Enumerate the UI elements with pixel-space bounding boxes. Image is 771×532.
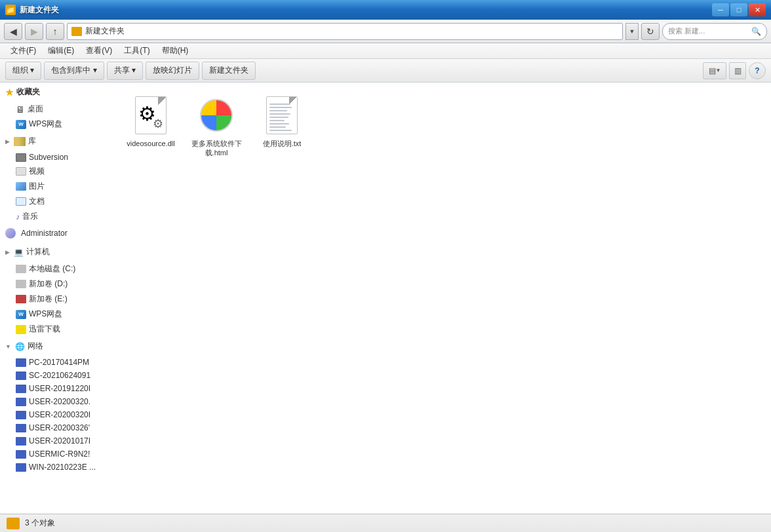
document-icon bbox=[16, 197, 26, 206]
minimize-button[interactable]: ─ bbox=[712, 3, 729, 16]
desktop-icon: 🖥 bbox=[16, 104, 25, 115]
network-icon: 🌐 bbox=[15, 342, 25, 351]
sidebar-item-pc4[interactable]: USER-20200320. bbox=[0, 395, 115, 408]
new-folder-button[interactable]: 新建文件夹 bbox=[202, 62, 256, 80]
sidebar-item-pc3[interactable]: USER-20191220I bbox=[0, 382, 115, 395]
menu-tools[interactable]: 工具(T) bbox=[119, 44, 155, 58]
sidebar-label-network: 网络 bbox=[28, 341, 43, 352]
sidebar-label-admin: Administrator bbox=[21, 229, 68, 238]
sidebar-label-wps: WPS网盘 bbox=[29, 119, 62, 130]
file-area: ⚙ ⚙ videosource.dll 更多系统软件下载.html bbox=[115, 83, 771, 514]
sidebar-label-music: 音乐 bbox=[22, 211, 38, 222]
address-path: 新建文件夹 bbox=[85, 26, 125, 37]
organize-button[interactable]: 组织 ▾ bbox=[5, 62, 41, 80]
dll-fold bbox=[158, 97, 166, 105]
view-icon-button[interactable]: ▤ ▼ bbox=[703, 62, 726, 79]
sidebar-item-wps2[interactable]: W WPS网盘 bbox=[0, 307, 115, 322]
sidebar-label-picture: 图片 bbox=[29, 181, 45, 192]
sidebar-item-music[interactable]: ♪ 音乐 bbox=[0, 209, 115, 224]
sidebar-item-pc7[interactable]: USER-20201017I bbox=[0, 434, 115, 447]
pc-icon-7 bbox=[16, 437, 26, 446]
sidebar-item-document[interactable]: 文档 bbox=[0, 194, 115, 209]
sidebar-item-video[interactable]: 视频 bbox=[0, 164, 115, 179]
txt-file-label: 使用说明.txt bbox=[263, 139, 302, 148]
slideshow-button[interactable]: 放映幻灯片 bbox=[146, 62, 199, 80]
sidebar-item-pc1[interactable]: PC-20170414PM bbox=[0, 356, 115, 369]
file-item-dll[interactable]: ⚙ ⚙ videosource.dll bbox=[121, 89, 180, 163]
help-button[interactable]: ? bbox=[749, 62, 766, 79]
computer-header[interactable]: ▶ 💻 计算机 bbox=[0, 242, 115, 261]
close-button[interactable]: ✕ bbox=[749, 3, 766, 16]
sidebar-label-pc3: USER-20191220I bbox=[29, 384, 90, 393]
sidebar-item-drive-d[interactable]: 新加卷 (D:) bbox=[0, 276, 115, 292]
sidebar-item-pc5[interactable]: USER-20200320I bbox=[0, 408, 115, 421]
refresh-button[interactable]: ↻ bbox=[641, 23, 660, 40]
dll-file-label: videosource.dll bbox=[127, 139, 174, 148]
subversion-icon bbox=[16, 153, 26, 162]
pane-button[interactable]: ▥ bbox=[729, 62, 746, 79]
title-bar: 📁 新建文件夹 ─ □ ✕ bbox=[0, 0, 771, 20]
sidebar-item-pc6[interactable]: USER-20200326' bbox=[0, 421, 115, 434]
pc-icon-6 bbox=[16, 424, 26, 432]
menu-file[interactable]: 文件(F) bbox=[5, 44, 41, 58]
maximize-button[interactable]: □ bbox=[730, 3, 747, 16]
pc-icon-4 bbox=[16, 398, 26, 406]
sidebar-item-thunder[interactable]: ⚡ 迅雷下载 bbox=[0, 322, 115, 337]
sidebar-item-pc9[interactable]: WIN-20210223E ... bbox=[0, 461, 115, 474]
network-expand-icon: ▼ bbox=[5, 343, 11, 350]
share-button[interactable]: 共享 ▾ bbox=[107, 62, 143, 80]
sidebar-item-desktop[interactable]: 🖥 桌面 bbox=[0, 102, 115, 117]
administrator-header[interactable]: Administrator bbox=[0, 224, 115, 242]
pane-icon: ▥ bbox=[734, 66, 741, 75]
music-icon: ♪ bbox=[16, 212, 20, 221]
sidebar-label-computer: 计算机 bbox=[26, 246, 50, 257]
sidebar-item-picture[interactable]: 图片 bbox=[0, 179, 115, 194]
sidebar-item-pc8[interactable]: USERMIC-R9N2! bbox=[0, 447, 115, 461]
menu-help[interactable]: 帮助(H) bbox=[157, 44, 194, 58]
file-item-txt[interactable]: 使用说明.txt bbox=[252, 89, 311, 163]
favorites-header[interactable]: ★ 收藏夹 bbox=[0, 83, 115, 102]
sidebar-item-wps[interactable]: W WPS网盘 bbox=[0, 117, 115, 132]
pc-icon-5 bbox=[16, 411, 26, 419]
sidebar-label-pc6: USER-20200326' bbox=[29, 423, 90, 432]
address-dropdown-button[interactable]: ▼ bbox=[625, 23, 639, 40]
sidebar-label-pc7: USER-20201017I bbox=[29, 436, 90, 446]
search-box[interactable]: 搜索 新建... 🔍 bbox=[662, 23, 767, 40]
pc-icon-1 bbox=[16, 358, 26, 367]
sidebar-item-drive-e[interactable]: 新加卷 (E:) bbox=[0, 292, 115, 307]
html-pinwheel-icon bbox=[200, 99, 233, 132]
main-area: ★ 收藏夹 🖥 桌面 W WPS网盘 ▶ 库 Subver bbox=[0, 83, 771, 514]
pc-icon-9 bbox=[16, 463, 26, 472]
menu-bar: 文件(F) 编辑(E) 查看(V) 工具(T) 帮助(H) bbox=[0, 43, 771, 59]
up-button[interactable]: ↑ bbox=[46, 23, 64, 40]
sidebar-item-drive-c[interactable]: 本地磁盘 (C:) bbox=[0, 261, 115, 276]
sidebar-label-wps2: WPS网盘 bbox=[29, 309, 62, 320]
file-item-html[interactable]: 更多系统软件下载.html bbox=[187, 89, 246, 163]
sidebar-label-library: 库 bbox=[28, 136, 36, 147]
sidebar-label-thunder: 迅雷下载 bbox=[29, 324, 60, 335]
network-header[interactable]: ▼ 🌐 网络 bbox=[0, 337, 115, 356]
title-bar-left: 📁 新建文件夹 bbox=[5, 5, 59, 16]
sidebar-label-pc2: SC-20210624091 bbox=[29, 371, 90, 380]
sidebar-label-drive-d: 新加卷 (D:) bbox=[29, 278, 68, 290]
sidebar-label-document: 文档 bbox=[29, 196, 45, 207]
txt-fold bbox=[289, 97, 297, 105]
dll-icon: ⚙ ⚙ bbox=[132, 94, 169, 136]
menu-edit[interactable]: 编辑(E) bbox=[43, 44, 79, 58]
computer-icon: 💻 bbox=[14, 248, 24, 257]
computer-expand-icon: ▶ bbox=[5, 249, 10, 256]
sidebar-label-pc4: USER-20200320. bbox=[29, 397, 90, 406]
forward-button[interactable]: ▶ bbox=[25, 23, 43, 40]
sidebar-item-pc2[interactable]: SC-20210624091 bbox=[0, 369, 115, 382]
sidebar-item-subversion[interactable]: Subversion bbox=[0, 151, 115, 164]
back-button[interactable]: ◀ bbox=[4, 23, 22, 40]
include-library-button[interactable]: 包含到库中 ▾ bbox=[44, 62, 104, 80]
menu-view[interactable]: 查看(V) bbox=[81, 44, 117, 58]
sidebar-label-pc5: USER-20200320I bbox=[29, 410, 90, 419]
drive-e-icon bbox=[16, 295, 26, 303]
library-header[interactable]: ▶ 库 bbox=[0, 132, 115, 151]
admin-icon bbox=[5, 228, 16, 238]
toolbar: 组织 ▾ 包含到库中 ▾ 共享 ▾ 放映幻灯片 新建文件夹 ▤ ▼ ▥ ? bbox=[0, 59, 771, 83]
address-box[interactable]: 新建文件夹 bbox=[67, 23, 623, 40]
status-bar: 3 个对象 bbox=[0, 514, 771, 532]
